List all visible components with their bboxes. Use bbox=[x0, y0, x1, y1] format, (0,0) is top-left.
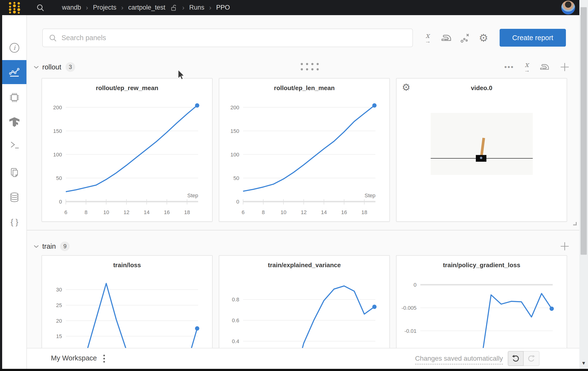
resize-handle-icon[interactable] bbox=[572, 221, 578, 226]
svg-text:150: 150 bbox=[53, 128, 62, 134]
smoothing-settings-button[interactable] bbox=[440, 31, 453, 45]
svg-text:8: 8 bbox=[262, 209, 265, 215]
chart-panel-ep-len-mean[interactable]: rollout/ep_len_mean 05010015020068101214… bbox=[219, 78, 390, 222]
sidebar-item-charts[interactable] bbox=[2, 60, 26, 84]
create-report-button[interactable]: Create report bbox=[500, 29, 566, 47]
chart-title: rollout/ep_len_mean bbox=[219, 84, 389, 93]
sidebar-item-logs[interactable] bbox=[2, 133, 26, 157]
breadcrumb-run-name[interactable]: PPO bbox=[216, 4, 230, 11]
svg-text:0: 0 bbox=[414, 282, 417, 288]
video-title: video.0 bbox=[397, 84, 567, 93]
chevron-down-icon[interactable] bbox=[34, 65, 39, 69]
top-navbar: wandb › Projects › cartpole_test › Runs … bbox=[0, 0, 588, 15]
svg-text:100: 100 bbox=[53, 152, 62, 158]
search-panels-bar bbox=[42, 29, 413, 47]
section-header-train: train 9 bbox=[34, 240, 570, 252]
sidebar-item-config[interactable]: { } bbox=[2, 210, 26, 234]
tensorflow-icon bbox=[9, 116, 20, 128]
cartpole-axle bbox=[480, 157, 482, 159]
scatter-x-icon bbox=[460, 32, 471, 43]
sidebar-item-files[interactable] bbox=[2, 160, 26, 185]
iron-icon[interactable] bbox=[539, 62, 550, 72]
left-icon-rail: i bbox=[2, 15, 27, 369]
svg-text:200: 200 bbox=[53, 105, 62, 111]
breadcrumb-separator: › bbox=[86, 4, 88, 11]
lock-open-icon bbox=[170, 4, 177, 11]
workspace-settings-button[interactable]: ⚙ bbox=[477, 31, 490, 45]
svg-text:0: 0 bbox=[59, 199, 62, 205]
section-header-rollout: rollout 3 ••• x→ bbox=[34, 61, 570, 73]
svg-text:16: 16 bbox=[164, 209, 169, 215]
chart-panel-ep-rew-mean[interactable]: rollout/ep_rew_mean 05010015020068101214… bbox=[42, 78, 213, 222]
undo-redo-group bbox=[508, 351, 539, 366]
gear-icon[interactable]: ⚙ bbox=[402, 82, 410, 92]
svg-text:{ }: { } bbox=[10, 217, 18, 226]
iron-icon bbox=[441, 32, 452, 43]
page-scrollbar: ▼ bbox=[579, 0, 588, 371]
sidebar-dark-edge bbox=[0, 15, 2, 371]
breadcrumb-entity[interactable]: wandb bbox=[62, 4, 81, 11]
section-label-train[interactable]: train bbox=[42, 243, 56, 250]
section-label-rollout[interactable]: rollout bbox=[42, 63, 61, 71]
sidebar-item-system[interactable] bbox=[2, 85, 26, 110]
outliers-settings-button[interactable] bbox=[458, 31, 472, 45]
add-panel-icon[interactable] bbox=[560, 62, 570, 72]
add-panel-icon[interactable] bbox=[560, 241, 570, 251]
x-axis-settings-button[interactable]: x→ bbox=[421, 31, 434, 45]
more-options-icon[interactable]: ••• bbox=[504, 63, 514, 71]
autosave-status-text[interactable]: Changes saved automatically bbox=[415, 355, 503, 364]
chart-title: train/policy_gradient_loss bbox=[397, 261, 567, 270]
section-divider bbox=[27, 230, 579, 230]
scrollbar-down-arrow-icon[interactable]: ▼ bbox=[581, 360, 586, 366]
redo-button[interactable] bbox=[524, 351, 539, 366]
svg-text:10: 10 bbox=[103, 209, 109, 215]
x-axis-icon: x→ bbox=[425, 32, 430, 44]
svg-text:18: 18 bbox=[184, 209, 190, 215]
wandb-logo-icon[interactable] bbox=[8, 1, 22, 14]
line-chart-icon bbox=[8, 66, 21, 78]
svg-text:14: 14 bbox=[144, 209, 149, 215]
sidebar-item-model[interactable] bbox=[2, 110, 26, 134]
svg-text:6: 6 bbox=[64, 209, 67, 215]
sidebar-item-overview[interactable]: i bbox=[2, 36, 26, 60]
svg-text:-0.005: -0.005 bbox=[402, 305, 417, 311]
svg-text:14: 14 bbox=[321, 209, 327, 215]
svg-text:150: 150 bbox=[230, 128, 239, 134]
line-chart[interactable]: 050100150200681012141618Step bbox=[219, 96, 389, 217]
svg-text:20: 20 bbox=[56, 318, 62, 324]
svg-text:8: 8 bbox=[84, 209, 87, 215]
svg-text:12: 12 bbox=[124, 209, 129, 215]
chevron-down-icon[interactable] bbox=[34, 245, 39, 248]
workspace-menu-kebab-icon[interactable] bbox=[102, 353, 106, 364]
section-drag-handle-icon[interactable] bbox=[301, 63, 319, 70]
x-axis-icon[interactable]: x→ bbox=[524, 61, 529, 73]
wandb-workspace-page: wandb › Projects › cartpole_test › Runs … bbox=[0, 0, 588, 371]
breadcrumb-project-name[interactable]: cartpole_test bbox=[128, 4, 166, 11]
scrollbar-thumb[interactable] bbox=[581, 7, 587, 255]
search-icon[interactable] bbox=[36, 3, 45, 12]
breadcrumb-projects[interactable]: Projects bbox=[93, 4, 116, 11]
braces-icon: { } bbox=[9, 216, 20, 228]
undo-button[interactable] bbox=[508, 351, 524, 366]
undo-icon bbox=[511, 354, 520, 363]
breadcrumb-separator: › bbox=[209, 4, 211, 11]
info-icon: i bbox=[9, 42, 20, 53]
sidebar-item-artifacts[interactable] bbox=[2, 185, 26, 209]
svg-text:50: 50 bbox=[56, 175, 62, 181]
cartpole-video-frame bbox=[431, 113, 533, 175]
search-panels-input[interactable] bbox=[62, 34, 398, 42]
terminal-icon bbox=[9, 139, 20, 151]
breadcrumb-runs[interactable]: Runs bbox=[189, 4, 204, 11]
svg-text:16: 16 bbox=[341, 209, 347, 215]
chart-title: train/explained_variance bbox=[219, 261, 389, 270]
chip-icon bbox=[8, 92, 21, 104]
workspace-footer-bar: My Workspace Changes saved automatically bbox=[0, 348, 588, 369]
svg-text:0: 0 bbox=[236, 199, 239, 205]
line-chart[interactable]: 050100150200681012141618Step bbox=[42, 96, 212, 217]
svg-text:Step: Step bbox=[365, 192, 375, 199]
svg-text:50: 50 bbox=[233, 175, 239, 181]
redo-icon bbox=[527, 354, 536, 363]
svg-text:12: 12 bbox=[301, 209, 306, 215]
video-panel[interactable]: ⚙ video.0 bbox=[396, 78, 567, 222]
user-avatar[interactable] bbox=[561, 0, 575, 15]
